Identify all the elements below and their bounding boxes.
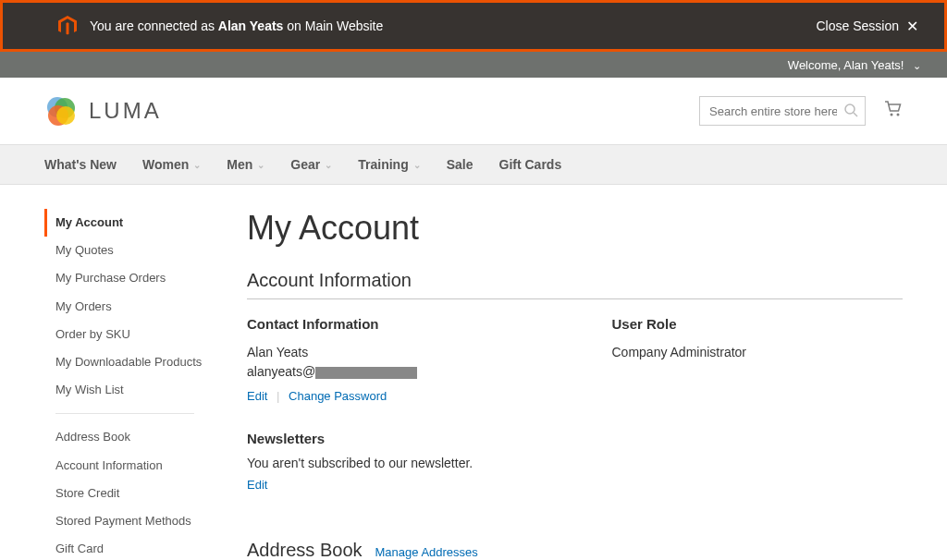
- sidebar-item-account-information[interactable]: Account Information: [44, 452, 225, 480]
- search-icon[interactable]: [844, 103, 858, 121]
- manage-addresses-link[interactable]: Manage Addresses: [375, 545, 478, 559]
- chevron-down-icon: ⌄: [257, 160, 264, 170]
- user-role-head: User Role: [612, 316, 904, 332]
- chevron-down-icon: ⌄: [193, 160, 201, 170]
- nav-sale[interactable]: Sale: [447, 157, 474, 172]
- logo[interactable]: LUMA: [44, 94, 162, 128]
- nav-men[interactable]: Men⌄: [227, 157, 264, 172]
- contact-links: Edit | Change Password: [247, 389, 538, 403]
- nav-women[interactable]: Women⌄: [142, 157, 201, 172]
- user-role-block: User Role Company Administrator: [612, 316, 904, 403]
- contact-name: Alan Yeats: [247, 343, 538, 362]
- contact-info-body: Alan Yeats alanyeats@: [247, 343, 538, 382]
- header: LUMA: [0, 78, 947, 144]
- sidebar-item-my-account[interactable]: My Account: [44, 209, 225, 237]
- close-session-label: Close Session: [817, 18, 900, 33]
- contact-info-head: Contact Information: [247, 316, 538, 332]
- newsletters-block: Newsletters You aren't subscribed to our…: [247, 431, 903, 492]
- svg-line-5: [854, 113, 857, 116]
- sidebar-item-store-credit[interactable]: Store Credit: [44, 480, 225, 507]
- magento-icon: [58, 16, 77, 36]
- content: My Account My Quotes My Purchase Orders …: [0, 185, 947, 560]
- chevron-down-icon: ⌄: [325, 160, 332, 170]
- newsletters-head: Newsletters: [247, 431, 903, 446]
- svg-point-4: [845, 104, 855, 114]
- address-book-section-header: Address Book Manage Addresses: [247, 540, 903, 560]
- account-sidebar: My Account My Quotes My Purchase Orders …: [44, 209, 225, 560]
- sidebar-item-address-book[interactable]: Address Book: [44, 423, 225, 451]
- nav-training[interactable]: Training⌄: [358, 157, 420, 172]
- search-wrap: [699, 96, 866, 126]
- section-account-information: Account Information: [247, 270, 903, 299]
- sidebar-item-my-downloadable-products[interactable]: My Downloadable Products: [44, 348, 225, 376]
- banner-user: Alan Yeats: [218, 18, 284, 33]
- admin-session-banner: You are connected as Alan Yeats on Main …: [0, 0, 947, 52]
- redacted-email-domain: [315, 367, 417, 379]
- welcome-bar: Welcome, Alan Yeats! ⌄: [0, 52, 947, 78]
- chevron-down-icon: ⌄: [913, 60, 921, 71]
- search-input[interactable]: [699, 96, 866, 126]
- main-nav: What's New Women⌄ Men⌄ Gear⌄ Training⌄ S…: [0, 144, 947, 185]
- edit-contact-link[interactable]: Edit: [247, 389, 267, 403]
- sidebar-item-stored-payment-methods[interactable]: Stored Payment Methods: [44, 507, 225, 535]
- brand-text: LUMA: [89, 98, 162, 124]
- svg-point-6: [891, 114, 893, 116]
- address-book-title: Address Book: [247, 540, 363, 560]
- sidebar-divider: [55, 413, 194, 414]
- welcome-text: Welcome, Alan Yeats!: [788, 58, 904, 72]
- close-icon: ✕: [906, 18, 918, 35]
- sidebar-item-my-quotes[interactable]: My Quotes: [44, 237, 225, 264]
- contact-info-block: Contact Information Alan Yeats alanyeats…: [247, 316, 538, 403]
- cart-icon[interactable]: [884, 100, 903, 122]
- sidebar-item-my-orders[interactable]: My Orders: [44, 293, 225, 321]
- page-title: My Account: [247, 209, 903, 248]
- sidebar-item-my-purchase-orders[interactable]: My Purchase Orders: [44, 264, 225, 292]
- logo-icon: [44, 94, 78, 128]
- welcome-dropdown[interactable]: Welcome, Alan Yeats! ⌄: [788, 58, 921, 72]
- account-info-columns: Contact Information Alan Yeats alanyeats…: [247, 316, 903, 403]
- svg-point-3: [56, 106, 75, 125]
- close-session-button[interactable]: Close Session ✕: [817, 18, 919, 35]
- sidebar-item-my-wish-list[interactable]: My Wish List: [44, 376, 225, 404]
- nav-gear[interactable]: Gear⌄: [290, 157, 332, 172]
- sidebar-item-order-by-sku[interactable]: Order by SKU: [44, 321, 225, 348]
- user-role-value: Company Administrator: [612, 343, 904, 362]
- nav-gift-cards[interactable]: Gift Cards: [499, 157, 562, 172]
- chevron-down-icon: ⌄: [413, 160, 421, 170]
- svg-point-7: [897, 114, 900, 116]
- nav-whats-new[interactable]: What's New: [44, 157, 117, 172]
- newsletters-body: You aren't subscribed to our newsletter.: [247, 456, 903, 470]
- change-password-link[interactable]: Change Password: [289, 389, 387, 403]
- banner-suffix: on Main Website: [283, 18, 383, 33]
- banner-text: You are connected as Alan Yeats on Main …: [90, 18, 817, 33]
- sidebar-item-gift-card[interactable]: Gift Card: [44, 535, 225, 560]
- edit-newsletter-link[interactable]: Edit: [247, 478, 267, 492]
- main-panel: My Account Account Information Contact I…: [225, 209, 903, 560]
- banner-prefix: You are connected as: [90, 18, 218, 33]
- contact-email: alanyeats@: [247, 362, 538, 382]
